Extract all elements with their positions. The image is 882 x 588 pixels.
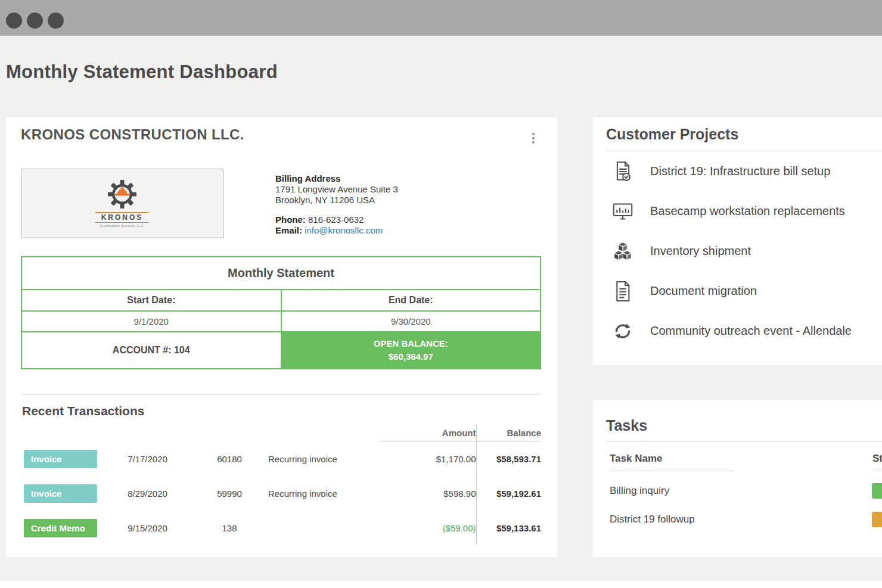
project-label: Basecamp workstation replacements — [650, 204, 845, 218]
end-date-value: 9/30/2020 — [281, 311, 541, 332]
transaction-balance: $59,192.61 — [476, 476, 541, 511]
workstation-icon — [611, 201, 635, 222]
tasks-card: Tasks Task Name St Billing inquiry Distr… — [593, 400, 882, 557]
transaction-description: Recurring invoice — [268, 441, 378, 476]
transaction-number: 60180 — [191, 441, 268, 476]
bottom-strip — [0, 581, 882, 588]
task-name-column-header: Task Name — [610, 453, 734, 471]
logo-subtext: Construction Services, LLC. — [100, 224, 144, 228]
phone-label: Phone: — [275, 214, 306, 225]
transaction-date: 8/29/2020 — [104, 476, 191, 511]
transaction-row[interactable]: Invoice 7/17/2020 60180 Recurring invoic… — [21, 441, 541, 476]
transaction-row[interactable]: Invoice 8/29/2020 59990 Recurring invoic… — [21, 476, 541, 511]
document-check-icon — [611, 161, 635, 182]
transaction-type-badge: Invoice — [24, 484, 97, 503]
transaction-description — [268, 511, 378, 545]
email-link[interactable]: info@kronosllc.com — [305, 225, 383, 235]
balance-column-header: Balance — [476, 425, 541, 441]
inventory-boxes-icon — [611, 241, 635, 262]
transaction-date: 9/15/2020 — [104, 511, 191, 545]
end-date-label: End Date: — [281, 290, 541, 311]
project-label: Community outreach event - Allendale — [650, 324, 852, 338]
billing-address-line: 1791 Longview Avenue Suite 3 — [275, 184, 398, 195]
phone-value: 816-623-0632 — [308, 214, 364, 225]
status-pill — [872, 483, 882, 499]
open-balance-label: OPEN BALANCE: — [282, 337, 541, 350]
transactions-heading: Recent Transactions — [22, 404, 144, 418]
project-list-item[interactable]: District 19: Infrastructure bill setup — [606, 151, 882, 191]
transaction-date: 7/17/2020 — [104, 441, 191, 476]
task-row[interactable]: District 19 followup — [610, 514, 695, 525]
status-column-header: St — [872, 453, 882, 471]
statement-title: Monthly Statement — [21, 257, 541, 290]
transaction-amount: ($59.00) — [378, 511, 476, 545]
transaction-type-badge: Credit Memo — [24, 519, 97, 537]
task-name: Billing inquiry — [610, 485, 669, 496]
project-label: Document migration — [650, 284, 757, 298]
customer-projects-card: Customer Projects District 19: Infrastru… — [593, 117, 882, 365]
projects-card-title: Customer Projects — [606, 126, 738, 143]
company-name: KRONOS CONSTRUCTION LLC. — [21, 126, 244, 143]
transaction-balance: $58,593.71 — [476, 441, 541, 476]
transaction-amount: $598.90 — [378, 476, 476, 511]
billing-address-line: Brooklyn, NY 11206 USA — [275, 195, 398, 206]
window-dot-icon[interactable] — [48, 13, 64, 29]
transactions-table: Amount Balance Invoice 7/17/2020 60180 R… — [21, 425, 541, 545]
project-list-item[interactable]: Inventory shipment — [606, 231, 882, 271]
billing-phone-line: Phone: 816-623-0632 — [275, 214, 398, 225]
monthly-statement-table: Monthly Statement Start Date: End Date: … — [21, 256, 541, 369]
divider — [606, 441, 882, 442]
kebab-menu-icon[interactable] — [531, 132, 536, 145]
transaction-amount: $1,170.00 — [378, 441, 476, 476]
open-balance-cell: OPEN BALANCE: $60,364.97 — [281, 332, 541, 369]
start-date-label: Start Date: — [21, 290, 281, 311]
project-label: District 19: Infrastructure bill setup — [650, 164, 830, 178]
task-name: District 19 followup — [610, 514, 695, 525]
page-title: Monthly Statement Dashboard — [6, 61, 278, 83]
logo-text: KRONOS — [95, 212, 150, 223]
divider — [21, 394, 541, 395]
sync-icon — [611, 322, 635, 341]
projects-list: District 19: Infrastructure bill setup B… — [606, 151, 882, 351]
project-list-item[interactable]: Community outreach event - Allendale — [606, 311, 882, 351]
transaction-description: Recurring invoice — [268, 476, 378, 511]
statement-card: KRONOS CONSTRUCTION LLC. — [6, 117, 557, 557]
gear-hardhat-logo-icon — [105, 179, 139, 210]
open-balance-value: $60,364.97 — [282, 350, 541, 363]
billing-address-block: Billing Address 1791 Longview Avenue Sui… — [275, 173, 398, 236]
project-list-item[interactable]: Basecamp workstation replacements — [606, 191, 882, 231]
status-pill — [872, 512, 882, 527]
window-dot-icon[interactable] — [6, 13, 22, 29]
transaction-balance: $59,133.61 — [476, 511, 541, 545]
account-number: ACCOUNT #: 104 — [21, 332, 281, 369]
task-row[interactable]: Billing inquiry — [610, 485, 669, 497]
project-label: Inventory shipment — [650, 244, 751, 258]
billing-email-line: Email: info@kronosllc.com — [275, 225, 398, 236]
transaction-number: 59990 — [191, 476, 268, 511]
project-list-item[interactable]: Document migration — [606, 271, 882, 311]
transaction-row[interactable]: Credit Memo 9/15/2020 138 ($59.00) $59,1… — [21, 511, 541, 545]
email-label: Email: — [275, 225, 302, 235]
tasks-card-title: Tasks — [606, 417, 647, 434]
billing-address-heading: Billing Address — [275, 173, 398, 184]
document-icon — [611, 281, 635, 302]
transactions-header-row: Amount Balance — [21, 425, 541, 441]
company-logo: KRONOS Construction Services, LLC. — [21, 169, 223, 238]
transaction-type-badge: Invoice — [24, 450, 97, 468]
transaction-number: 138 — [191, 511, 268, 545]
window-titlebar — [0, 0, 882, 36]
desktop-screen: Monthly Statement Dashboard KRONOS CONST… — [0, 0, 882, 588]
window-dot-icon[interactable] — [27, 13, 43, 29]
start-date-value: 9/1/2020 — [21, 311, 281, 332]
amount-column-header: Amount — [378, 425, 476, 441]
